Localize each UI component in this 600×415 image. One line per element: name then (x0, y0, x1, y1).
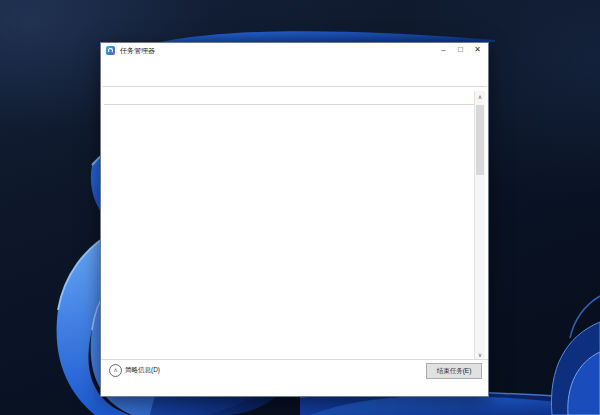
menu-bar (101, 59, 488, 72)
scrollbar-track[interactable]: ∧ ∨ (474, 91, 485, 361)
title-bar[interactable]: 任务管理器 – □ ✕ (101, 43, 488, 59)
table-header (104, 91, 475, 105)
end-task-button[interactable]: 结束任务(E) (426, 363, 482, 379)
collapse-chevron-icon: ∧ (109, 364, 122, 377)
task-manager-window: 任务管理器 – □ ✕ ∧ ∨ ∧ 简略信息(D) 结束任务(E) (100, 42, 489, 397)
process-table (104, 105, 475, 361)
window-title: 任务管理器 (120, 46, 155, 56)
status-bar: ∧ 简略信息(D) 结束任务(E) (101, 359, 488, 396)
detail-toggle-label: 简略信息(D) (125, 366, 160, 375)
task-manager-icon (106, 46, 115, 55)
close-button[interactable]: ✕ (469, 43, 486, 57)
tab-bar (103, 73, 487, 87)
minimize-button[interactable]: – (435, 43, 452, 57)
maximize-button[interactable]: □ (452, 43, 469, 57)
scrollbar-thumb[interactable] (476, 105, 484, 175)
scrollbar-up-icon[interactable]: ∧ (475, 91, 485, 103)
